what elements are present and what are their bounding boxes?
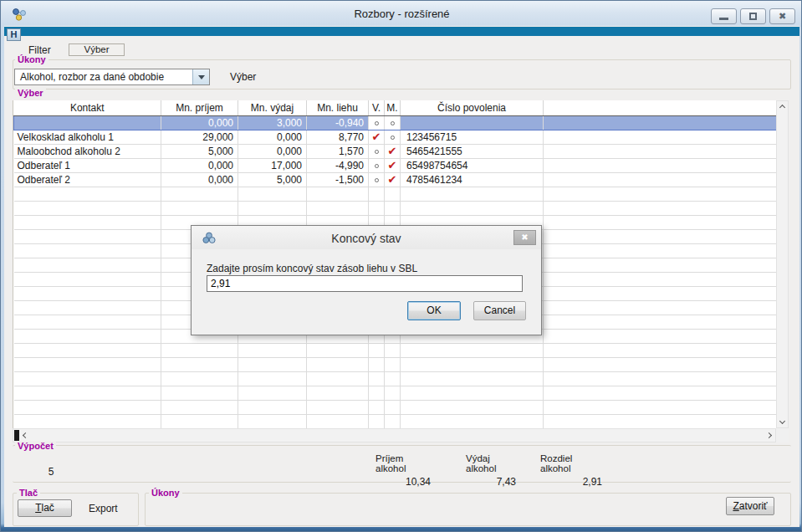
cell-cislo: 4785461234 [401,172,544,187]
table-row[interactable]: 0,0003,000-0,940 [14,115,778,130]
cell-kontakt [14,215,161,229]
stat-rozdiel-alkohol: Rozdiel alkohol 2,91 [540,453,604,488]
scroll-left-icon[interactable] [23,432,28,438]
cell-kontakt [14,229,161,243]
cell-filler [544,371,778,386]
cell-m [385,115,401,130]
koncovy-stav-input[interactable] [207,275,523,292]
cell-kontakt [14,187,161,201]
check-icon: ✔ [372,130,381,143]
cell-cislo [401,343,544,357]
export-button[interactable]: Export [89,503,118,514]
maximize-icon [749,13,757,20]
cell-v [369,187,385,201]
ukony-top-label: Úkony [15,54,49,64]
cell-kontakt [14,357,161,371]
circle-icon [391,121,395,125]
minimize-button[interactable] [711,8,737,24]
h-button[interactable]: H [7,28,21,41]
cell-liehu [307,357,369,371]
scroll-right-icon[interactable] [766,432,772,438]
cell-prijem [161,187,238,201]
table-header-row: Kontakt Mn. príjem Mn. výdaj Mn. liehu V… [14,100,778,115]
report-type-dropdown[interactable]: Alkohol, rozbor za dané obdobie [14,69,210,85]
vypocet-label: Výpočet [15,441,56,451]
cell-prijem [161,386,238,400]
cell-filler [544,243,778,258]
cancel-button[interactable]: Cancel [473,301,526,320]
col-header-v[interactable]: V. [369,100,385,115]
dropdown-button[interactable] [192,69,209,84]
tab-vyber[interactable]: Výber [69,43,125,56]
cell-m: ✔ [385,172,401,187]
record-count: 5 [34,466,68,478]
table-row[interactable]: Odberateľ 20,0005,000-1,500✔4785461234 [14,172,778,187]
cell-vydaj [238,414,307,428]
cell-cislo [401,371,544,386]
cell-prijem [161,414,238,428]
horizontal-scrollbar[interactable] [13,428,776,442]
col-header-cislo[interactable]: Číslo povolenia [401,100,544,115]
close-button[interactable]: ✖ [769,8,795,24]
cell-kontakt: Odberateľ 2 [14,172,161,187]
cell-kontakt [14,243,161,258]
maximize-button[interactable] [740,8,766,24]
cell-m: ✔ [385,144,401,158]
cell-kontakt: Maloobchod alkoholu 2 [14,144,161,158]
cell-vydaj: 0,000 [238,130,307,144]
cell-v [369,371,385,386]
zatvorit-button[interactable]: Zatvoriť [726,497,774,515]
cell-v [369,201,385,215]
tlac-button[interactable]: Tlač [18,499,72,517]
scroll-down-icon[interactable] [779,418,785,424]
cell-prijem: 0,000 [161,115,238,130]
table-row-empty [14,187,778,201]
cell-cislo: 5465421555 [401,144,544,158]
col-header-kontakt[interactable]: Kontakt [14,100,161,115]
cell-filler [544,115,778,130]
col-header-prijem[interactable]: Mn. príjem [161,100,238,115]
table-row[interactable]: Velkosklad alkoholu 129,0000,0008,770✔12… [14,130,778,144]
cell-kontakt [14,115,161,130]
cell-filler [544,329,778,343]
cell-prijem [161,357,238,371]
cell-liehu: 8,770 [307,130,369,144]
cell-kontakt [14,300,161,315]
cell-liehu [307,386,369,400]
cell-m [385,386,401,400]
cell-v [369,144,385,158]
dialog-close-button[interactable]: ✖ [513,230,536,245]
dialog-title-bar: Koncový stav ✖ [192,226,541,249]
cell-prijem [161,343,238,357]
ukony-bottom-label: Úkony [149,488,182,498]
col-header-m[interactable]: M. [385,100,401,115]
cell-kontakt [14,258,161,272]
col-header-liehu[interactable]: Mn. liehu [307,100,369,115]
cell-v [369,357,385,371]
cell-kontakt [14,272,161,286]
col-header-vydaj[interactable]: Mn. výdaj [238,100,307,115]
cell-m [385,201,401,215]
check-icon: ✔ [388,173,397,186]
vyber-action-button[interactable]: Výber [230,71,256,83]
scroll-up-icon[interactable] [779,105,785,110]
splitter-handle[interactable] [14,430,19,441]
table-row[interactable]: Odberateľ 10,00017,000-4,990✔65498754654 [14,158,778,172]
ok-button[interactable]: OK [407,301,461,320]
cell-filler [544,343,778,357]
vertical-scrollbar[interactable] [776,100,789,428]
minimize-icon [719,18,728,20]
title-bar: Rozbory - rozšírené ✖ [2,1,802,26]
table-row-empty [14,371,778,386]
table-row[interactable]: Maloobchod alkoholu 25,0000,0001,570✔546… [14,144,778,158]
cell-kontakt [14,371,161,386]
accent-bar [4,27,799,36]
ukony-bottom-groupbox [145,493,791,526]
cell-kontakt [14,343,161,357]
cell-cislo: 65498754654 [401,158,544,172]
scrollbar-corner [776,428,789,442]
cell-filler [544,258,778,272]
circle-icon [391,136,395,140]
cell-kontakt [14,201,161,215]
dialog-close-icon: ✖ [521,233,528,242]
